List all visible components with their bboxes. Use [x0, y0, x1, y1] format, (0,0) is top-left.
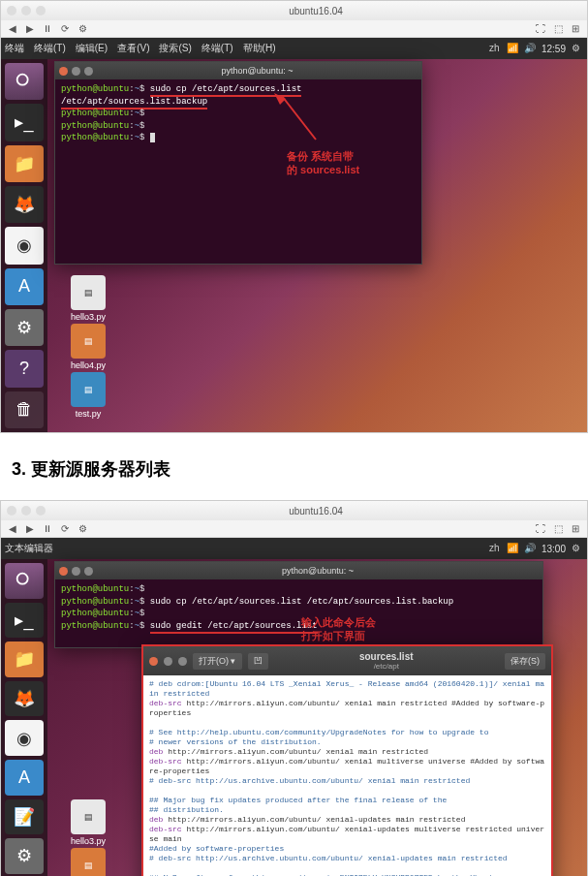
clock[interactable]: 12:59	[542, 44, 566, 54]
launcher-firefox-icon[interactable]: 🦊	[5, 186, 44, 223]
vm-tool-grid-icon[interactable]: ⊞	[570, 523, 581, 535]
min-dot[interactable]	[21, 6, 31, 16]
launcher-gedit-icon[interactable]: 📝	[5, 799, 44, 835]
launcher-files-icon[interactable]: 📁	[5, 145, 44, 182]
vm-tool-back-icon[interactable]: ◀	[7, 523, 18, 535]
language-icon[interactable]: zh	[489, 43, 501, 54]
launcher-terminal-icon[interactable]: ▸_	[5, 603, 44, 639]
desktop-icon-hello4[interactable]: ▤ hello4.py	[64, 324, 112, 370]
gear-icon[interactable]: ⚙	[572, 43, 583, 54]
sound-icon[interactable]: 🔊	[524, 43, 536, 54]
min-dot[interactable]	[21, 506, 31, 516]
sound-icon[interactable]: 🔊	[524, 543, 536, 554]
launcher-help-icon[interactable]: ?	[5, 350, 44, 387]
launcher-chrome-icon[interactable]: ◉	[5, 720, 44, 756]
desktop-icon-test[interactable]: ▤ test.py	[64, 372, 112, 419]
term-close-icon[interactable]	[59, 67, 68, 76]
gedit-header[interactable]: 打开(O) ▾ 凹 sources.list /etc/apt 保存(S)	[143, 646, 551, 675]
vm-window-top: ubuntu16.04 ◀ ▶ ⏸ ⟳ ⚙ ⛶ ⬚ ⊞ 终端 终端(T) 编辑(…	[0, 0, 588, 433]
gedit-text-area[interactable]: # deb cdrom:[Ubuntu 16.04 LTS _Xenial Xe…	[143, 675, 551, 876]
desktop-icon-hello3[interactable]: ▤ hello3.py	[64, 799, 112, 846]
launcher-terminal-icon[interactable]: ▸_	[5, 104, 44, 141]
max-dot[interactable]	[36, 6, 46, 16]
menu-terminal2[interactable]: 终端(T)	[34, 42, 66, 55]
gedit-title: sources.list	[274, 651, 500, 662]
term-min-icon[interactable]	[72, 567, 80, 576]
menu-texteditor[interactable]: 文本编辑器	[5, 542, 53, 555]
launcher-firefox-icon[interactable]: 🦊	[5, 681, 44, 717]
terminal-titlebar[interactable]: python@ubuntu: ~	[55, 62, 421, 79]
vm-tool-fullscreen-icon[interactable]: ⛶	[535, 523, 546, 535]
launcher-trash-icon[interactable]: 🗑	[5, 391, 44, 428]
ubuntu-desktop-top: 终端 终端(T) 编辑(E) 查看(V) 搜索(S) 终端(T) 帮助(H) z…	[1, 38, 587, 432]
vm-tool-gear-icon[interactable]: ⚙	[77, 23, 88, 35]
vm-tool-fullscreen-icon[interactable]: ⛶	[535, 23, 546, 35]
launcher-chrome-icon[interactable]: ◉	[5, 227, 44, 264]
terminal-window: python@ubuntu: ~ python@ubuntu:~$ sudo c…	[54, 61, 422, 265]
clock[interactable]: 13:00	[542, 544, 566, 554]
gedit-open-button[interactable]: 打开(O) ▾	[193, 653, 242, 670]
menu-edit[interactable]: 编辑(E)	[76, 42, 108, 55]
menu-search[interactable]: 搜索(S)	[159, 42, 191, 55]
vm-tool-reload-icon[interactable]: ⟳	[59, 523, 71, 535]
vm-tool-view-icon[interactable]: ⬚	[552, 23, 564, 35]
network-icon[interactable]: 📶	[507, 543, 518, 554]
vm-titlebar[interactable]: ubuntu16.04	[1, 1, 587, 20]
desktop-icon-hello4[interactable]: ▤ hello4.py	[64, 848, 112, 876]
prompt-user: python@ubuntu	[61, 84, 129, 94]
vm-tool-back-icon[interactable]: ◀	[7, 23, 18, 35]
menu-terminal3[interactable]: 终端(T)	[201, 42, 233, 55]
unity-launcher: ▸_ 📁 🦊 ◉ A 📝 ⚙ ? 🗑	[1, 559, 47, 876]
vm-window-bottom: ubuntu16.04 ◀ ▶ ⏸ ⟳ ⚙ ⛶ ⬚ ⊞ 文本编辑器 zh 📶 🔊…	[0, 500, 588, 876]
launcher-software-icon[interactable]: A	[5, 760, 44, 796]
gear-icon[interactable]: ⚙	[572, 543, 583, 554]
close-dot[interactable]	[7, 506, 16, 516]
gedit-save-button[interactable]: 保存(S)	[505, 653, 545, 670]
system-tray: zh 📶 🔊 12:59 ⚙	[489, 43, 583, 54]
vm-tool-fwd-icon[interactable]: ▶	[24, 23, 36, 35]
terminal-content[interactable]: python@ubuntu:~$ python@ubuntu:~$ sudo c…	[55, 579, 542, 636]
terminal-content[interactable]: python@ubuntu:~$ sudo cp /etc/apt/source…	[55, 79, 421, 148]
svg-line-1	[282, 96, 316, 140]
launcher-dash-icon[interactable]	[5, 63, 44, 100]
gedit-new-button[interactable]: 凹	[248, 653, 268, 670]
vm-tool-view-icon[interactable]: ⬚	[552, 523, 564, 535]
terminal-titlebar[interactable]: python@ubuntu: ~	[55, 562, 542, 579]
vm-tool-grid-icon[interactable]: ⊞	[570, 23, 581, 35]
menu-view[interactable]: 查看(V)	[117, 42, 149, 55]
terminal-window: python@ubuntu: ~ python@ubuntu:~$ python…	[54, 561, 543, 648]
gedit-min-icon[interactable]	[164, 657, 172, 666]
close-dot[interactable]	[7, 6, 16, 16]
prompt-path: ~	[135, 84, 139, 94]
launcher-files-icon[interactable]: 📁	[5, 641, 44, 677]
term-max-icon[interactable]	[84, 567, 93, 576]
panel-menus: 终端 终端(T) 编辑(E) 查看(V) 搜索(S) 终端(T) 帮助(H)	[5, 42, 275, 55]
ubuntu-desktop-bottom: 文本编辑器 zh 📶 🔊 13:00 ⚙ ▸_ 📁 🦊 ◉ A 📝 ⚙ ? 🗑	[1, 538, 587, 876]
gedit-max-icon[interactable]	[178, 657, 187, 666]
term-min-icon[interactable]	[72, 67, 80, 76]
term-close-icon[interactable]	[59, 567, 68, 576]
svg-marker-2	[274, 93, 286, 105]
vm-tool-pause-icon[interactable]: ⏸	[42, 23, 53, 35]
gedit-subtitle: /etc/apt	[274, 662, 500, 671]
launcher-settings-icon[interactable]: ⚙	[5, 309, 44, 346]
annotation-line1: 备份 系统自带	[287, 149, 359, 163]
language-icon[interactable]: zh	[489, 543, 501, 554]
launcher-software-icon[interactable]: A	[5, 268, 44, 305]
vm-tool-gear-icon[interactable]: ⚙	[77, 523, 88, 535]
max-dot[interactable]	[36, 506, 46, 516]
annotation-line2: 打开如下界面	[301, 629, 376, 642]
vm-tool-fwd-icon[interactable]: ▶	[24, 523, 36, 535]
menu-help[interactable]: 帮助(H)	[243, 42, 276, 55]
launcher-dash-icon[interactable]	[5, 563, 44, 599]
term-max-icon[interactable]	[84, 67, 93, 76]
menu-terminal[interactable]: 终端	[5, 42, 24, 55]
vm-tool-reload-icon[interactable]: ⟳	[59, 23, 71, 35]
gedit-close-icon[interactable]	[149, 657, 158, 666]
launcher-settings-icon[interactable]: ⚙	[5, 838, 44, 874]
desktop-icon-hello3[interactable]: ▤ hello3.py	[64, 275, 112, 322]
network-icon[interactable]: 📶	[507, 43, 518, 54]
vm-titlebar[interactable]: ubuntu16.04	[1, 501, 587, 520]
vm-tool-pause-icon[interactable]: ⏸	[42, 523, 53, 535]
annotation-top: 备份 系统自带 的 sources.list	[287, 149, 359, 177]
